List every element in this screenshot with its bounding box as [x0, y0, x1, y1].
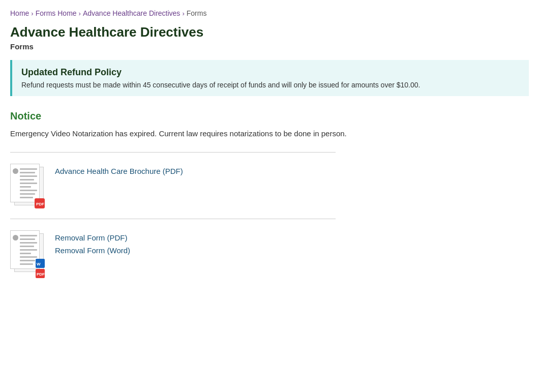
- form-item-2-links: Removal Form (PDF) Removal Form (Word): [55, 230, 130, 255]
- divider-1: [10, 152, 336, 153]
- form-item-1: PDF Advance Health Care Brochure (PDF): [10, 159, 356, 215]
- advance-brochure-pdf-link[interactable]: Advance Health Care Brochure (PDF): [55, 167, 183, 175]
- form-item-2: W PDF Removal Form (PDF) Removal Form (W…: [10, 225, 356, 286]
- breadcrumb-separator-3: ›: [182, 10, 184, 17]
- notice-section: Notice Emergency Video Notarization has …: [10, 110, 529, 138]
- removal-form-pdf-link[interactable]: Removal Form (PDF): [55, 233, 130, 242]
- svg-text:PDF: PDF: [37, 272, 45, 277]
- breadcrumb-home[interactable]: Home: [10, 9, 29, 17]
- form-item-1-links: Advance Health Care Brochure (PDF): [55, 164, 183, 175]
- doc-first-page-1: [10, 164, 40, 202]
- word-badge-2: W: [36, 259, 45, 270]
- breadcrumb-forms-home[interactable]: Forms Home: [36, 9, 77, 17]
- doc-icon-1: PDF: [10, 164, 46, 209]
- doc-icon-2: W PDF: [10, 230, 46, 281]
- breadcrumb-current: Forms: [187, 9, 207, 17]
- refund-notice-title: Updated Refund Policy: [21, 67, 520, 78]
- pdf-badge-1: PDF: [35, 198, 45, 208]
- page-wrapper: Home › Forms Home › Advance Healthcare D…: [0, 0, 539, 392]
- breadcrumb: Home › Forms Home › Advance Healthcare D…: [10, 5, 529, 24]
- breadcrumb-advance-healthcare[interactable]: Advance Healthcare Directives: [83, 9, 180, 17]
- page-subtitle: Forms: [10, 42, 529, 51]
- removal-form-word-link[interactable]: Removal Form (Word): [55, 246, 130, 255]
- breadcrumb-separator-2: ›: [79, 10, 81, 17]
- pdf-badge-2: PDF: [36, 269, 45, 280]
- refund-notice-body: Refund requests must be made within 45 c…: [21, 81, 520, 89]
- notice-heading: Notice: [10, 110, 529, 122]
- divider-2: [10, 219, 336, 219]
- refund-notice-box: Updated Refund Policy Refund requests mu…: [10, 60, 529, 96]
- notice-body: Emergency Video Notarization has expired…: [10, 129, 529, 138]
- svg-text:W: W: [37, 262, 41, 266]
- breadcrumb-separator-1: ›: [31, 10, 33, 17]
- page-title: Advance Healthcare Directives: [10, 24, 529, 40]
- svg-text:PDF: PDF: [36, 202, 44, 206]
